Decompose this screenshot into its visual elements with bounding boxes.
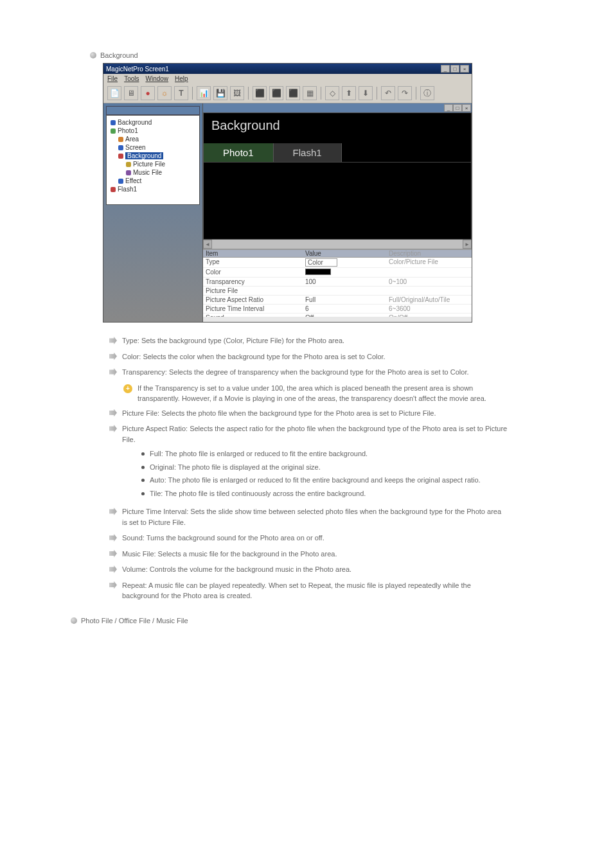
tool-icon[interactable]: 📊 (197, 86, 211, 100)
minimize-icon[interactable]: _ (441, 65, 450, 73)
arrow-icon (109, 550, 117, 558)
tool-icon[interactable]: ⬛ (286, 86, 300, 100)
app-window: MagicNetPro Screen1 _ □ × File Tools Win… (103, 63, 472, 323)
prop-desc: On/Off (386, 314, 472, 317)
prop-row: Color (203, 268, 472, 278)
close-icon[interactable]: × (462, 104, 471, 112)
tree-item[interactable]: Picture File (108, 160, 198, 168)
tree-label: Photo1 (118, 127, 138, 134)
value-box: Color (305, 258, 337, 267)
header-value: Value (303, 250, 386, 257)
tree-panel: Background Photo1 Area Screen Background… (103, 103, 203, 322)
tree-item[interactable]: Photo1 (108, 127, 198, 135)
properties-panel: Item Value Description TypeColorColor/Pi… (203, 249, 472, 322)
scrollbar[interactable]: ◄ ► (203, 240, 472, 249)
preview-titlebar: _ □ × (203, 103, 472, 112)
tool-icon[interactable]: 💾 (213, 86, 227, 100)
properties-body: TypeColorColor/Picture File Color Transp… (203, 258, 472, 317)
prop-value[interactable] (303, 287, 386, 294)
prop-value[interactable]: 100 (303, 278, 386, 285)
preview-content (204, 162, 471, 239)
tool-icon[interactable]: 🖼 (230, 86, 244, 100)
title-bar: MagicNetPro Screen1 _ □ × (103, 64, 472, 74)
screenshot: MagicNetPro Screen1 _ □ × File Tools Win… (103, 63, 613, 323)
tool-icon[interactable]: ⓘ (420, 86, 434, 100)
tool-icon[interactable]: ⬛ (253, 86, 267, 100)
prop-row: TypeColorColor/Picture File (203, 258, 472, 268)
sub-text: Full: The photo file is enlarged or redu… (150, 448, 368, 459)
desc-text: Sound: Turns the background sound for th… (122, 533, 324, 544)
preview-tab[interactable]: Flash1 (274, 143, 342, 162)
tree-item[interactable]: Flash1 (108, 185, 198, 193)
close-icon[interactable]: × (460, 65, 469, 73)
menu-help[interactable]: Help (175, 75, 188, 82)
list-item: Sound: Turns the background sound for th… (109, 533, 508, 544)
sub-text: Original: The photo file is displayed at… (150, 462, 321, 473)
tool-icon[interactable]: ◇ (325, 86, 339, 100)
maximize-icon[interactable]: □ (453, 104, 462, 112)
prop-value[interactable]: 6 (303, 305, 386, 312)
tree-label: Flash1 (118, 186, 137, 193)
folder-icon (111, 187, 116, 192)
prop-value[interactable]: Color (303, 258, 386, 267)
tree-label: Effect (125, 177, 141, 184)
minimize-icon[interactable]: _ (444, 104, 453, 112)
dot-icon (141, 492, 145, 495)
list-item: Color: Selects the color when the backgr… (109, 351, 508, 362)
tool-icon[interactable]: 📄 (107, 86, 121, 100)
tool-icon[interactable]: ● (141, 86, 155, 100)
preview-tab[interactable]: Photo1 (204, 143, 274, 162)
arrow-icon (109, 337, 117, 344)
prop-desc (386, 269, 472, 276)
tool-icon[interactable]: ⬛ (269, 86, 283, 100)
tree: Background Photo1 Area Screen Background… (106, 115, 200, 205)
preview-area: Background Photo1 Flash1 (203, 112, 472, 240)
tool-icon[interactable]: 🖥 (124, 86, 138, 100)
menu-file[interactable]: File (107, 75, 118, 82)
tree-item[interactable]: Effect (108, 177, 198, 185)
menu-window[interactable]: Window (145, 75, 168, 82)
tool-icon[interactable]: ☼ (157, 86, 172, 100)
tree-item[interactable]: Screen (108, 143, 198, 152)
prop-value[interactable]: Full (303, 296, 386, 303)
tree-item[interactable]: Area (108, 135, 198, 143)
preview-title: Background (204, 113, 471, 138)
desc-text: Picture Aspect Ratio: Selects the aspect… (122, 425, 507, 443)
prop-desc: 0~100 (386, 278, 472, 285)
tool-icon[interactable]: ▦ (303, 86, 317, 100)
desc-text: Volume: Controls the volume for the back… (122, 564, 351, 575)
undo-icon[interactable]: ↶ (381, 86, 395, 100)
bullet-icon (90, 52, 96, 58)
menu-bar: File Tools Window Help (103, 74, 472, 84)
window-controls: _ □ × (441, 65, 469, 73)
tool-icon[interactable]: T (174, 86, 188, 100)
tree-item[interactable]: Music File (108, 168, 198, 177)
file-icon (126, 170, 131, 175)
arrow-icon (109, 508, 117, 515)
scroll-right-icon[interactable]: ► (463, 240, 472, 249)
tool-icon[interactable]: ⬆ (342, 86, 356, 100)
list-item: Volume: Controls the volume for the back… (109, 564, 508, 575)
prop-item: Picture File (203, 287, 303, 294)
prop-value[interactable] (303, 269, 386, 276)
dot-icon (141, 452, 145, 456)
prop-value[interactable]: Off (303, 314, 386, 317)
scroll-left-icon[interactable]: ◄ (203, 240, 212, 249)
dot-icon (141, 466, 145, 469)
desc-text: Music File: Selects a music file for the… (122, 549, 337, 560)
separator-icon (192, 87, 193, 100)
tree-item[interactable]: Background (108, 118, 198, 127)
separator-icon (321, 87, 321, 100)
desc-text: Picture Time Interval: Sets the slide sh… (122, 506, 508, 527)
list-item: Type: Sets the background type (Color, P… (109, 335, 508, 346)
redo-icon[interactable]: ↷ (398, 86, 412, 100)
desc-text: Type: Sets the background type (Color, P… (122, 335, 344, 346)
maximize-icon[interactable]: □ (450, 65, 459, 73)
tree-label: Background (125, 152, 163, 159)
menu-tools[interactable]: Tools (124, 75, 139, 82)
tool-icon[interactable]: ⬇ (359, 86, 373, 100)
sub-item: Original: The photo file is displayed at… (141, 462, 508, 473)
prop-item: Sound (203, 314, 303, 317)
separator-icon (248, 87, 249, 100)
tree-item[interactable]: Background (108, 152, 198, 160)
